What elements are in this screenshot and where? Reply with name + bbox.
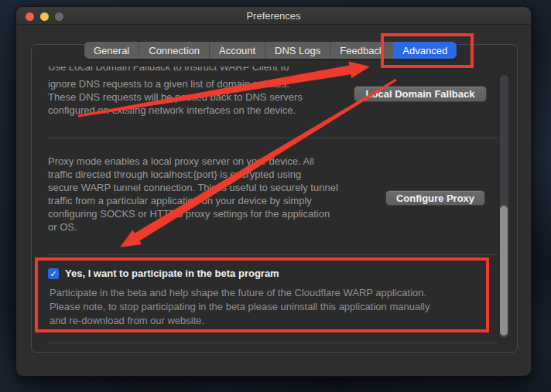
section-divider [48, 138, 497, 138]
section-divider [48, 254, 497, 255]
configure-proxy-button[interactable]: Configure Proxy [385, 190, 485, 206]
window-title: Preferences [16, 10, 531, 22]
local-domain-fallback-button[interactable]: Local Domain Fallback [354, 86, 487, 102]
scrollbar-thumb[interactable] [500, 206, 508, 336]
tab-account[interactable]: Account [209, 42, 265, 59]
tab-connection[interactable]: Connection [139, 42, 209, 59]
section-divider [48, 343, 497, 343]
annotation-box-beta-section [35, 257, 489, 332]
tab-dns-logs[interactable]: DNS Logs [265, 42, 330, 59]
proxy-description: Proxy mode enables a local proxy server … [48, 155, 338, 233]
tab-general[interactable]: General [84, 42, 139, 59]
annotation-box-advanced-tab [381, 33, 474, 68]
local-domain-text-clipped-line: Use Local Domain Fallback to instruct WA… [48, 66, 289, 73]
local-domain-description: ignore DNS requests to a given list of d… [48, 77, 303, 117]
title-bar[interactable]: Preferences [16, 7, 531, 25]
